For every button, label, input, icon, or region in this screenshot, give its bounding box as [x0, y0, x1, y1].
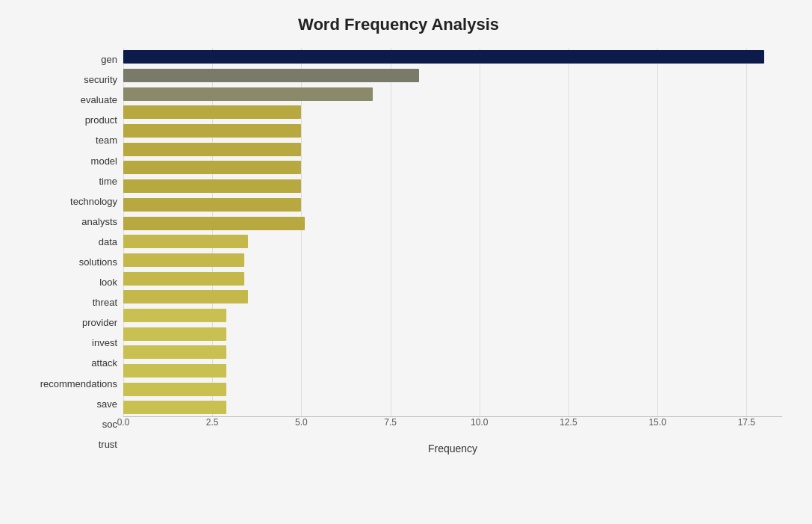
x-tick-0: 0.0: [117, 417, 130, 428]
bar-provider: [123, 290, 248, 303]
y-label-data: data: [99, 232, 117, 250]
x-tick-5: 12.5: [560, 417, 577, 428]
bar-row-technology: [123, 178, 782, 194]
bar-row-attack: [123, 326, 782, 342]
bar-row-recommendations: [123, 344, 782, 360]
x-axis-title: Frequency: [123, 441, 782, 456]
bar-analysts: [123, 198, 301, 212]
bar-model: [123, 143, 301, 156]
y-label-evaluate: evaluate: [81, 91, 117, 109]
bar-row-solutions: [123, 233, 782, 250]
y-label-product: product: [85, 111, 117, 129]
bar-technology: [123, 179, 301, 193]
y-label-save: save: [97, 395, 117, 413]
bar-row-product: [123, 104, 782, 120]
y-axis-labels: gensecurityevaluateproductteammodeltimet…: [15, 48, 123, 456]
y-label-solutions: solutions: [79, 253, 117, 271]
y-label-time: time: [99, 172, 117, 190]
bar-row-threat: [123, 271, 782, 287]
bar-row-invest: [123, 307, 782, 324]
bar-soc: [123, 383, 226, 396]
y-label-trust: trust: [99, 435, 117, 453]
y-label-soc: soc: [102, 415, 117, 433]
bar-row-gen: [123, 49, 782, 65]
bar-security: [123, 69, 419, 82]
bar-row-team: [123, 123, 782, 139]
y-label-analysts: analysts: [81, 212, 117, 230]
bar-row-time: [123, 159, 782, 176]
y-label-technology: technology: [70, 192, 117, 210]
y-label-invest: invest: [92, 334, 117, 352]
bar-product: [123, 105, 301, 119]
y-label-security: security: [84, 71, 117, 89]
bar-row-evaluate: [123, 86, 782, 102]
bar-threat: [123, 272, 244, 286]
bar-row-model: [123, 141, 782, 158]
bar-row-soc: [123, 381, 782, 398]
y-label-recommendations: recommendations: [40, 374, 117, 392]
y-label-team: team: [96, 132, 117, 150]
bar-evaluate: [123, 87, 373, 101]
x-tick-2: 5.0: [295, 417, 308, 428]
bar-row-look: [123, 252, 782, 268]
bar-solutions: [123, 235, 248, 248]
y-label-model: model: [91, 152, 117, 170]
y-label-provider: provider: [82, 314, 117, 332]
x-tick-1: 2.5: [206, 417, 219, 428]
bar-team: [123, 124, 301, 138]
bar-row-provider: [123, 289, 782, 305]
bar-look: [123, 253, 244, 267]
bar-invest: [123, 309, 226, 322]
bar-save: [123, 364, 226, 377]
bar-row-trust: [123, 399, 782, 416]
bar-gen: [123, 50, 764, 64]
bar-data: [123, 217, 305, 230]
y-label-threat: threat: [93, 294, 117, 312]
bar-attack: [123, 327, 226, 341]
y-label-gen: gen: [101, 51, 117, 69]
bar-row-security: [123, 67, 782, 84]
chart-title: Word Frequency Analysis: [15, 15, 782, 34]
y-label-attack: attack: [91, 354, 117, 372]
bar-time: [123, 161, 301, 174]
bar-row-save: [123, 363, 782, 379]
y-label-look: look: [99, 274, 117, 292]
bar-trust: [123, 401, 226, 414]
chart-container: Word Frequency Analysis gensecurityevalu…: [0, 0, 812, 524]
bar-recommendations: [123, 345, 226, 359]
bar-row-data: [123, 215, 782, 232]
x-tick-6: 15.0: [648, 417, 666, 428]
x-tick-4: 10.0: [471, 417, 488, 428]
x-tick-3: 7.5: [384, 417, 397, 428]
bar-row-analysts: [123, 197, 782, 213]
x-tick-7: 17.5: [738, 417, 755, 428]
